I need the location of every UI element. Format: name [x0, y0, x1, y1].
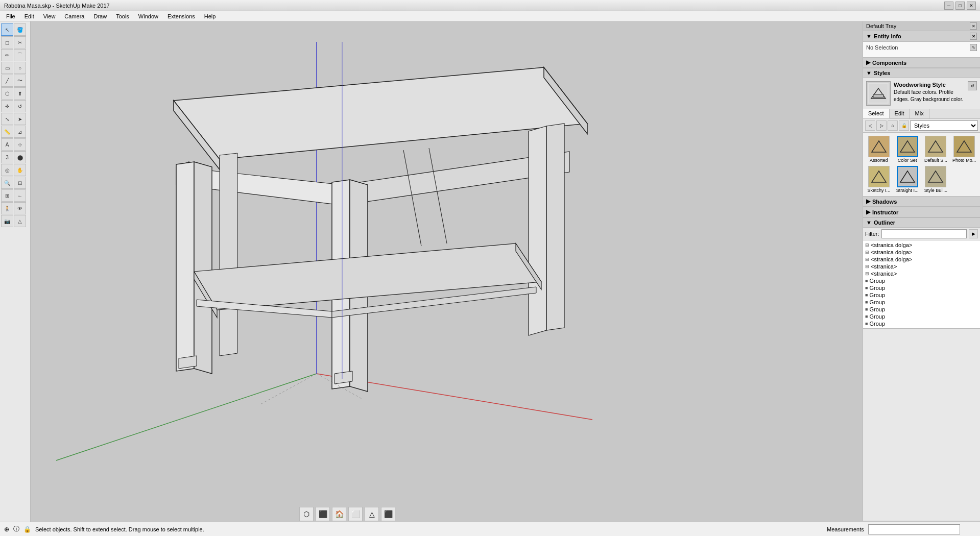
pan-tool[interactable]: ✋: [14, 164, 26, 176]
list-item[interactable]: ■ Group: [863, 299, 980, 306]
scene-button-6[interactable]: ⬛: [381, 507, 395, 521]
move-tool[interactable]: ✛: [1, 100, 13, 112]
pencil-tool[interactable]: ✏: [1, 49, 13, 61]
component-icon: ⊞: [865, 271, 869, 276]
zoom-window-tool[interactable]: ⊡: [14, 177, 26, 189]
menu-item-draw[interactable]: Draw: [89, 12, 111, 20]
style-thumb-stylebuil[interactable]: Style Buil...: [922, 165, 950, 194]
list-item[interactable]: ■ Group: [863, 277, 980, 284]
scene-button-2[interactable]: ⬛: [316, 507, 330, 521]
circle-tool[interactable]: ○: [14, 62, 26, 74]
shadows-header[interactable]: ▶ Shadows: [863, 197, 980, 207]
style-thumb-photomo[interactable]: Photo Mo...: [950, 135, 978, 164]
rect-tool[interactable]: ▭: [1, 62, 13, 74]
menu-item-help[interactable]: Help: [200, 12, 220, 20]
scene-button-4[interactable]: ⬜: [348, 507, 363, 521]
instructor-header[interactable]: ▶ Instructor: [863, 207, 980, 217]
section-tool[interactable]: ⬤: [14, 151, 26, 163]
position-camera-tool[interactable]: 📷: [1, 215, 13, 227]
list-item[interactable]: ⊞ <stranica>: [863, 263, 980, 270]
svg-rect-40: [869, 167, 889, 186]
style-lock[interactable]: 🔒: [899, 120, 909, 131]
orbit-tool[interactable]: ◎: [1, 164, 13, 176]
viewport[interactable]: [31, 21, 656, 521]
outliner-item-label: Group: [869, 299, 885, 305]
tab-select[interactable]: Select: [863, 109, 890, 118]
status-icon-1: ⊕: [4, 526, 9, 533]
freehand-tool[interactable]: 〜: [14, 75, 26, 87]
line-tool[interactable]: ╱: [1, 75, 13, 87]
component-icon: ⊞: [865, 264, 869, 269]
style-nav-back[interactable]: ◁: [865, 120, 875, 131]
style-thumb-assorted[interactable]: Assorted: [865, 135, 893, 164]
tape-tool[interactable]: 📏: [1, 126, 13, 138]
tray-close-button[interactable]: ✕: [970, 22, 977, 30]
paint-bucket-tool[interactable]: 🪣: [14, 23, 26, 36]
close-button[interactable]: ✕: [967, 2, 976, 10]
svg-rect-34: [898, 137, 917, 156]
axes-tool[interactable]: ⊹: [14, 138, 26, 151]
style-home[interactable]: ⌂: [888, 120, 898, 131]
menu-item-camera[interactable]: Camera: [60, 12, 88, 20]
zoom-extents-tool[interactable]: ⊞: [1, 189, 13, 202]
menu-item-file[interactable]: File: [2, 12, 19, 20]
measurements-input[interactable]: [868, 524, 960, 534]
scene-button-5[interactable]: △: [365, 507, 379, 521]
zoom-tool[interactable]: 🔍: [1, 177, 13, 189]
style-thumb-default[interactable]: Default S...: [922, 135, 950, 164]
scale-tool[interactable]: ⤡: [1, 113, 13, 125]
3dtext-tool[interactable]: 3: [1, 151, 13, 163]
pushpull-tool[interactable]: ⬆: [14, 87, 26, 100]
followme-tool[interactable]: ➤: [14, 113, 26, 125]
previous-tool[interactable]: ←: [14, 189, 26, 202]
text-tool[interactable]: A: [1, 138, 13, 151]
erase-tool[interactable]: ◻: [1, 36, 13, 48]
select-tool[interactable]: ↖: [1, 23, 13, 36]
styles-refresh-button[interactable]: ↺: [968, 81, 977, 90]
walk-tool[interactable]: 🚶: [1, 202, 13, 214]
lookaround-tool[interactable]: 👁: [14, 202, 26, 214]
outliner-header[interactable]: ▼ Outliner: [863, 218, 980, 228]
maximize-button[interactable]: □: [955, 2, 965, 10]
list-item[interactable]: ■ Group: [863, 320, 980, 327]
style-thumb-colorset[interactable]: Color Set: [894, 135, 921, 164]
scene-button-3[interactable]: 🏠: [332, 507, 346, 521]
offset-tool[interactable]: ⬡: [1, 87, 13, 100]
list-item[interactable]: ■ Group: [863, 291, 980, 299]
erase2-tool[interactable]: ✂: [14, 36, 26, 48]
list-item[interactable]: ⊞ <stranica>: [863, 270, 980, 277]
protractor-tool[interactable]: ⊿: [14, 126, 26, 138]
entity-info-header[interactable]: ▼ Entity Info ✕: [863, 31, 980, 42]
styles-header[interactable]: ▼ Styles: [863, 68, 980, 78]
list-item[interactable]: ■ Group: [863, 284, 980, 291]
menu-item-window[interactable]: Window: [134, 12, 162, 20]
style-thumb-sketchy[interactable]: Sketchy I...: [865, 165, 893, 194]
outliner-filter-button[interactable]: ▶: [969, 229, 978, 238]
entity-info-edit-icon[interactable]: ✎: [970, 44, 977, 51]
tab-edit[interactable]: Edit: [890, 109, 910, 118]
titlebar-controls: ─ □ ✕: [944, 2, 976, 10]
list-item[interactable]: ⊞ <stranica dolga>: [863, 249, 980, 256]
style-preview-thumbnail[interactable]: [866, 81, 891, 106]
rotate-tool[interactable]: ↺: [14, 100, 26, 112]
list-item[interactable]: ■ Group: [863, 306, 980, 313]
tab-mix[interactable]: Mix: [910, 109, 929, 118]
list-item[interactable]: ⊞ <stranica dolga>: [863, 241, 980, 249]
style-category-dropdown[interactable]: Styles: [910, 120, 978, 131]
entity-info-close[interactable]: ✕: [970, 33, 977, 40]
list-item[interactable]: ⊞ <stranica dolga>: [863, 256, 980, 263]
menu-item-edit[interactable]: Edit: [20, 12, 38, 20]
scene-button-1[interactable]: ⬡: [299, 507, 314, 521]
list-item[interactable]: ■ Group: [863, 313, 980, 320]
svg-marker-23: [334, 371, 352, 384]
style-thumb-straight[interactable]: Straight I...: [894, 165, 921, 194]
menu-item-view[interactable]: View: [39, 12, 60, 20]
outliner-filter-input[interactable]: [881, 229, 967, 238]
menu-item-extensions[interactable]: Extensions: [163, 12, 199, 20]
arc-tool[interactable]: ⌒: [14, 49, 26, 61]
menu-item-tools[interactable]: Tools: [112, 12, 133, 20]
style-nav-forward[interactable]: ▷: [876, 120, 887, 131]
minimize-button[interactable]: ─: [944, 2, 953, 10]
components-header[interactable]: ▶ Components: [863, 58, 980, 68]
sandbox-tool[interactable]: △: [14, 215, 26, 227]
